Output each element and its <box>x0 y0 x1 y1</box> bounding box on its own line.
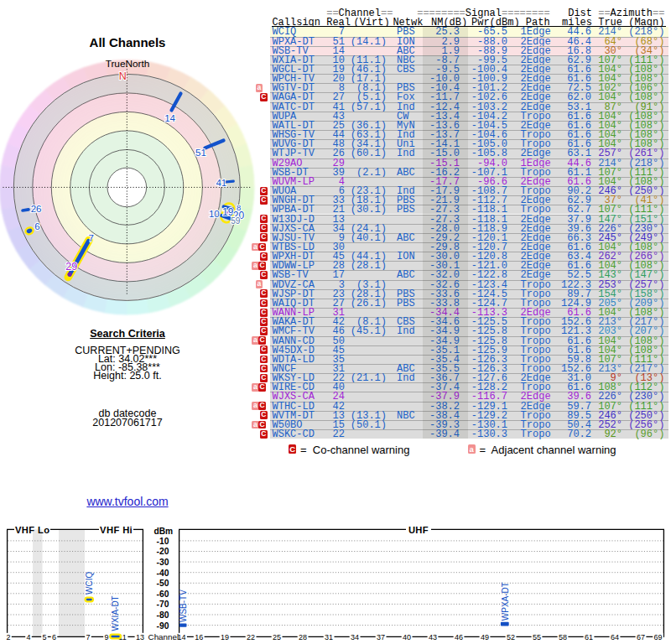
svg-text:49: 49 <box>481 633 489 641</box>
svg-text:31: 31 <box>325 633 333 641</box>
svg-text:6: 6 <box>52 633 56 641</box>
svg-text:51: 51 <box>195 148 206 158</box>
svg-text:64: 64 <box>611 633 619 641</box>
svg-text:-80: -80 <box>157 610 169 620</box>
svg-text:-50: -50 <box>157 579 169 588</box>
svg-text:UHF: UHF <box>408 525 429 535</box>
svg-text:dBm: dBm <box>154 527 174 536</box>
svg-text:19: 19 <box>221 633 229 641</box>
svg-text:2: 2 <box>6 633 10 641</box>
svg-text:Channel: Channel <box>148 632 179 641</box>
svg-text:WSB-TV: WSB-TV <box>179 589 188 622</box>
svg-text:5: 5 <box>42 633 46 641</box>
svg-text:46: 46 <box>455 633 463 641</box>
svg-text:13: 13 <box>136 633 144 641</box>
svg-text:41: 41 <box>216 178 226 188</box>
svg-text:55: 55 <box>533 633 541 641</box>
svg-text:16: 16 <box>195 633 203 641</box>
svg-text:28: 28 <box>299 633 307 641</box>
svg-text:7: 7 <box>89 233 94 243</box>
svg-text:7: 7 <box>86 633 90 641</box>
svg-text:-20: -20 <box>157 547 169 556</box>
svg-text:-30: -30 <box>157 558 169 567</box>
svg-text:34: 34 <box>351 633 359 641</box>
svg-text:N: N <box>119 70 127 82</box>
svg-text:WXIA-DT: WXIA-DT <box>111 595 120 631</box>
svg-text:25: 25 <box>273 633 281 641</box>
svg-text:22: 22 <box>247 633 255 641</box>
svg-text:29: 29 <box>65 261 77 273</box>
svg-text:43: 43 <box>429 633 437 641</box>
svg-text:58: 58 <box>559 633 567 641</box>
svg-text:-70: -70 <box>157 600 169 609</box>
svg-text:26: 26 <box>31 204 42 214</box>
svg-text:-40: -40 <box>157 569 169 578</box>
svg-text:VHF Lo: VHF Lo <box>15 525 50 535</box>
svg-text:-90: -90 <box>157 621 169 631</box>
svg-text:67: 67 <box>637 633 645 641</box>
svg-text:4: 4 <box>26 633 30 641</box>
svg-text:37: 37 <box>377 633 385 641</box>
svg-text:WCIQ: WCIQ <box>85 572 94 595</box>
svg-text:-10: -10 <box>157 537 169 546</box>
svg-text:8: 8 <box>237 203 241 212</box>
svg-text:10: 10 <box>209 209 220 219</box>
svg-text:40: 40 <box>403 633 411 641</box>
svg-text:6: 6 <box>34 221 39 231</box>
svg-text:14: 14 <box>164 113 175 123</box>
svg-text:9: 9 <box>104 633 108 641</box>
svg-text:VHF Hi: VHF Hi <box>100 525 133 535</box>
svg-text:69: 69 <box>654 633 663 641</box>
svg-text:59: 59 <box>231 216 241 226</box>
svg-text:WPXA-DT: WPXA-DT <box>501 582 510 621</box>
svg-text:-60: -60 <box>157 589 169 599</box>
svg-text:52: 52 <box>507 633 515 641</box>
svg-text:61: 61 <box>585 633 593 641</box>
